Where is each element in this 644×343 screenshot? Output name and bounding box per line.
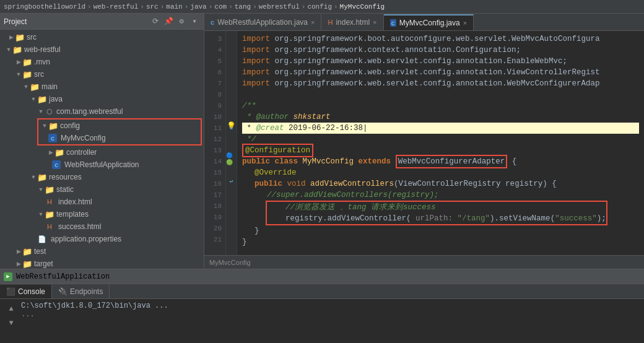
tab-console-label: Console [18, 287, 45, 296]
code-content[interactable]: import org.springframework.boot.autoconf… [237, 31, 644, 255]
folder-icon: 📁 [48, 121, 58, 131]
tab-label: MyMvcConfig.java [399, 19, 460, 27]
endpoints-icon: 🔌 [58, 287, 67, 296]
tree-item-mvn[interactable]: ▶ 📁 .mvn [0, 56, 204, 68]
tree-item-web-restful[interactable]: ▼ 📁 web-restful [0, 43, 204, 56]
project-panel-title: Project [4, 17, 147, 26]
folder-icon: 📁 [12, 45, 22, 54]
tab-mymvcconfig[interactable]: c MyMvcConfig.java × [384, 14, 474, 30]
tree-item-resources[interactable]: ▼ 📁 resources [0, 171, 204, 183]
java-file-icon: c [390, 19, 396, 27]
tree-arrow-icon: ▼ [22, 83, 30, 90]
code-line-14: public class MyMvcConfig extends WebMvcC… [242, 156, 639, 167]
scroll-down-icon[interactable]: ▼ [5, 317, 17, 329]
props-file-icon: 📄 [37, 234, 47, 244]
project-panel-header: Project ⟳ 📌 ⚙ ▾ [0, 14, 204, 30]
main-layout: Project ⟳ 📌 ⚙ ▾ ▶ 📁 src [0, 14, 644, 343]
expand-icon[interactable]: ▾ [189, 16, 200, 27]
tab-close-icon[interactable]: × [311, 19, 315, 26]
code-line-4: import org.springframework.context.annot… [242, 45, 639, 56]
tree-item-label: index.html [58, 198, 92, 206]
tree-item-label: MyMvcConfig [61, 134, 106, 142]
bottom-tabs: ⬛ Console 🔌 Endpoints [0, 284, 644, 299]
html-file-icon: H [45, 197, 54, 207]
tree-item-controller[interactable]: ▶ 📁 controller [0, 146, 204, 158]
tree-item-mymvcconfig[interactable]: c MyMvcConfig [38, 132, 201, 144]
editor-breadcrumb: MyMvcConfig [204, 255, 644, 269]
code-line-17: //super.addViewControllers(registry); [242, 189, 639, 201]
editor-breadcrumb-label: MyMvcConfig [209, 259, 251, 266]
breadcrumb-item[interactable]: java [190, 3, 206, 11]
tree-item-label: java [49, 95, 63, 103]
java-file-icon: c [52, 160, 61, 169]
code-line-10: * @author shkstart [242, 111, 639, 123]
tree-item-success-html[interactable]: H success.html [0, 220, 204, 233]
editor-panel: c WebRestfulApplication.java × H index.h… [204, 14, 644, 269]
java-file-icon: c [48, 134, 57, 142]
tab-console[interactable]: ⬛ Console [0, 285, 52, 298]
project-toolbar: ⟳ 📌 ⚙ ▾ [150, 16, 200, 27]
tab-endpoints-label: Endpoints [70, 287, 103, 296]
pin-icon[interactable]: 📌 [163, 16, 174, 27]
code-line-7: import org.springframework.web.servlet.c… [242, 78, 639, 89]
tree-arrow-icon: ▼ [5, 46, 12, 53]
settings-icon[interactable]: ⚙ [176, 16, 187, 27]
tree-item-target[interactable]: ▶ 📁 target [0, 258, 204, 269]
breadcrumb-item[interactable]: tang [235, 3, 251, 11]
tree-arrow-icon: ▼ [37, 211, 45, 218]
tree-item-label: success.html [58, 222, 101, 231]
breadcrumb-item[interactable]: src [146, 3, 159, 11]
tab-webrestfulapplication[interactable]: c WebRestfulApplication.java × [204, 14, 321, 30]
tree-item-src[interactable]: ▼ 📁 src [0, 68, 204, 80]
tree-item-java[interactable]: ▼ 📁 java [0, 93, 204, 105]
tree-item-test[interactable]: ▶ 📁 test [0, 245, 204, 258]
breadcrumb-item[interactable]: com [214, 3, 227, 11]
tree-arrow-icon: ▶ [15, 260, 22, 267]
tree-item-main[interactable]: ▼ 📁 main [0, 80, 204, 93]
content-area: Project ⟳ 📌 ⚙ ▾ ▶ 📁 src [0, 14, 644, 269]
tab-close-icon[interactable]: × [373, 19, 376, 26]
tab-index-html[interactable]: H index.html × [321, 14, 383, 30]
folder-icon: 📁 [22, 57, 32, 67]
tree-item-label: resources [49, 173, 82, 181]
breadcrumb-item[interactable]: main [166, 3, 182, 11]
console-side-buttons: ▲ ▼ [5, 302, 17, 329]
tree-item-config[interactable]: ▼ 📁 config [38, 119, 201, 132]
tree-item-label: target [34, 259, 53, 268]
breadcrumb-item[interactable]: config [307, 3, 332, 11]
run-panel-header: ▶ WebRestfulApplication [0, 269, 644, 284]
bottom-panel: ▶ WebRestfulApplication ⬛ Console 🔌 Endp… [0, 269, 644, 343]
breadcrumb-item[interactable]: webrestful [259, 3, 300, 11]
tree-item-app-props[interactable]: 📄 application.properties [0, 233, 204, 245]
folder-icon: 📁 [45, 209, 54, 219]
tree-item-label: src [34, 70, 44, 79]
tree-item-package[interactable]: ▼ ⬡ com.tang.webrestful [0, 105, 204, 118]
tree-arrow-icon: ▶ [15, 248, 22, 255]
code-editor[interactable]: 3 4 5 6 7 8 9 10 11 12 13 14 15 16 17 18 [204, 31, 644, 255]
tab-close-icon[interactable]: × [463, 19, 467, 27]
tree-arrow-icon: ▶ [47, 149, 54, 156]
tree-item-webrestfulapp[interactable]: c WebRestfulApplication [0, 158, 204, 171]
tree-arrow-icon: ▼ [30, 95, 37, 103]
breadcrumb-item[interactable]: springboothelloworld [4, 3, 85, 11]
scroll-up-icon[interactable]: ▲ [5, 303, 17, 315]
breadcrumb-item[interactable]: web-restful [94, 3, 139, 11]
package-icon: ⬡ [45, 106, 54, 116]
tree-item-src-top[interactable]: ▶ 📁 src [0, 31, 204, 43]
code-line-20: } [242, 225, 639, 237]
code-line-18: //浏览器发送 、tang 请求来到success [267, 202, 606, 213]
code-line-15: @Override [242, 167, 639, 178]
folder-icon: 📁 [22, 69, 32, 79]
html-file-icon: H [45, 222, 54, 232]
folder-icon: 📁 [54, 147, 64, 157]
project-panel: Project ⟳ 📌 ⚙ ▾ ▶ 📁 src [0, 14, 204, 269]
tree-item-templates[interactable]: ▼ 📁 templates [0, 208, 204, 220]
tree-item-index-html[interactable]: H index.html [0, 196, 204, 208]
folder-icon: 📁 [15, 32, 25, 42]
tab-endpoints[interactable]: 🔌 Endpoints [52, 285, 110, 298]
tab-label: WebRestfulApplication.java [217, 18, 308, 27]
sync-icon[interactable]: ⟳ [150, 16, 161, 27]
tree-item-label: src [27, 33, 37, 41]
tree-item-static[interactable]: ▼ 📁 static [0, 183, 204, 196]
tree-item-label: web-restful [24, 45, 61, 54]
